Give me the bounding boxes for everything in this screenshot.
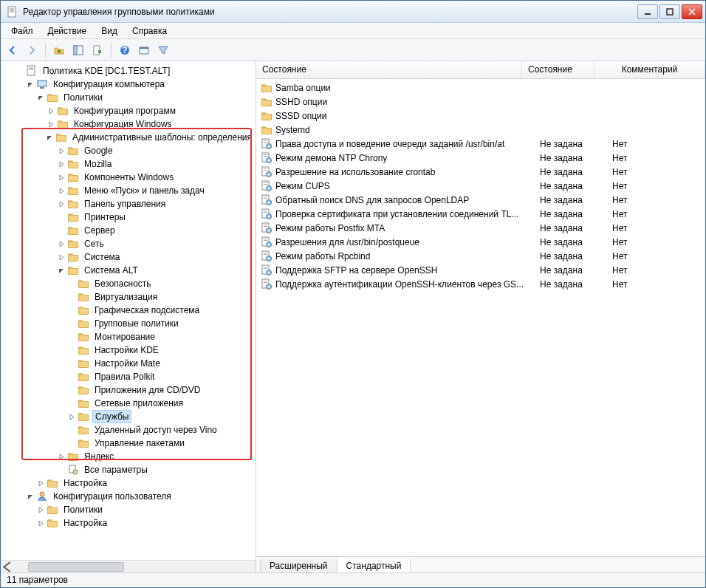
tree-pane[interactable]: Политика KDE [DC1.TEST.ALT]Конфигурация … bbox=[1, 61, 256, 572]
tree-node-mate[interactable]: Настройки Mate bbox=[2, 357, 254, 370]
export-button[interactable] bbox=[89, 41, 106, 59]
list-row[interactable]: Поддержка аутентификации OpenSSH-клиенто… bbox=[256, 277, 705, 291]
list-row[interactable]: Разрешения для /usr/bin/postqueueНе зада… bbox=[256, 235, 705, 249]
scroll-left-icon[interactable] bbox=[1, 561, 13, 572]
list-row[interactable]: Поддержка SFTP на сервере OpenSSHНе зада… bbox=[256, 263, 705, 277]
column-comment[interactable]: Комментарий bbox=[594, 61, 705, 78]
expand-icon[interactable] bbox=[57, 173, 66, 182]
expand-icon[interactable] bbox=[47, 120, 55, 129]
tree-node-controlPanel[interactable]: Панель управления bbox=[2, 197, 254, 211]
tree-node-yandex[interactable]: Яндекс bbox=[2, 450, 254, 463]
horizontal-scrollbar[interactable] bbox=[1, 560, 256, 572]
menu-help[interactable]: Справка bbox=[126, 24, 173, 38]
tree-node-groupPol[interactable]: Групповые политики bbox=[2, 317, 254, 330]
forward-button[interactable] bbox=[23, 41, 41, 59]
column-name[interactable]: Состояние bbox=[256, 61, 522, 78]
collapse-icon[interactable] bbox=[57, 266, 66, 275]
close-button[interactable] bbox=[682, 4, 702, 19]
tree-node-virtual[interactable]: Виртуализация bbox=[2, 290, 254, 304]
show-tree-button[interactable] bbox=[69, 41, 87, 59]
expand-icon[interactable] bbox=[47, 106, 55, 115]
expand-icon[interactable] bbox=[57, 452, 66, 461]
list-row[interactable]: Разрешение на использование crontabНе за… bbox=[256, 165, 705, 179]
filter-button[interactable] bbox=[154, 41, 172, 59]
tree-label: Панель управления bbox=[82, 198, 168, 210]
collapse-icon[interactable] bbox=[26, 492, 35, 501]
expand-icon[interactable] bbox=[57, 199, 66, 208]
list-row[interactable]: Режим CUPSНе заданаНет bbox=[256, 179, 705, 193]
up-button[interactable] bbox=[50, 41, 68, 59]
tab-extended[interactable]: Расширенный bbox=[260, 559, 337, 572]
list-row[interactable]: Проверка сертификата при установлении со… bbox=[256, 207, 705, 221]
tree-node-mozilla[interactable]: Mozilla bbox=[2, 157, 254, 171]
tree-node-google[interactable]: Google bbox=[2, 144, 254, 157]
maximize-button[interactable] bbox=[659, 4, 680, 19]
collapse-icon[interactable] bbox=[36, 93, 45, 102]
list-row[interactable]: SSSD опции bbox=[256, 109, 705, 123]
tree-node-packages[interactable]: Управление пакетами bbox=[2, 437, 254, 450]
tree-node-system[interactable]: Система bbox=[2, 250, 254, 264]
list-row[interactable]: Права доступа и поведение очереди задани… bbox=[256, 137, 705, 151]
list-row[interactable]: SSHD опции bbox=[256, 95, 705, 109]
collapse-icon[interactable] bbox=[26, 80, 35, 89]
expand-icon[interactable] bbox=[57, 253, 66, 261]
tree-node-userConfig[interactable]: Конфигурация пользователя bbox=[2, 490, 254, 503]
tree-node-settings2[interactable]: Настройка bbox=[2, 516, 254, 530]
back-button[interactable] bbox=[4, 41, 21, 59]
tree-node-server[interactable]: Сервер bbox=[2, 224, 254, 237]
tree-node-network[interactable]: Сеть bbox=[2, 237, 254, 250]
list-row[interactable]: Режим работы Postfix MTAНе заданаНет bbox=[256, 221, 705, 235]
list-row[interactable]: Обратный поиск DNS для запросов OpenLDAP… bbox=[256, 193, 705, 207]
tree-node-services[interactable]: Службы bbox=[2, 410, 254, 423]
tree-node-compConfig[interactable]: Конфигурация компьютера bbox=[2, 78, 254, 91]
scroll-thumb[interactable] bbox=[28, 562, 124, 572]
tree-node-graphics[interactable]: Графическая подсистема bbox=[2, 304, 254, 317]
tree-node-adminTemplates[interactable]: Административные шаблоны: определения bbox=[2, 131, 254, 144]
minimize-button[interactable] bbox=[637, 4, 658, 19]
tab-standard[interactable]: Стандартный bbox=[337, 558, 411, 572]
tree-node-compWindows[interactable]: Компоненты Windows bbox=[2, 171, 254, 184]
collapse-icon[interactable] bbox=[46, 133, 55, 142]
tree-node-policies2[interactable]: Политики bbox=[2, 503, 254, 516]
tree-node-systemAlt[interactable]: Система ALT bbox=[2, 264, 254, 277]
tree-node-startMenu[interactable]: Меню «Пуск» и панель задач bbox=[2, 184, 254, 197]
tree-node-allParams[interactable]: Все параметры bbox=[2, 463, 254, 476]
list-body[interactable]: Samba опцииSSHD опцииSSSD опцииSystemdПр… bbox=[256, 79, 705, 556]
expand-icon[interactable] bbox=[57, 160, 66, 168]
folder-icon bbox=[55, 131, 67, 143]
expand-icon[interactable] bbox=[57, 239, 66, 248]
expand-icon[interactable] bbox=[36, 505, 45, 514]
column-state[interactable]: Состояние bbox=[522, 61, 594, 78]
tree-node-polkit[interactable]: Правила Polkit bbox=[2, 370, 254, 383]
menu-action[interactable]: Действие bbox=[42, 24, 93, 38]
tree-node-root[interactable]: Политика KDE [DC1.TEST.ALT] bbox=[2, 64, 254, 78]
help-button[interactable]: ? bbox=[116, 41, 134, 59]
list-row[interactable]: Режим демона NTP ChronyНе заданаНет bbox=[256, 151, 705, 165]
menu-view[interactable]: Вид bbox=[95, 24, 123, 38]
expand-icon[interactable] bbox=[36, 519, 45, 527]
svg-rect-28 bbox=[264, 154, 267, 155]
expand-icon[interactable] bbox=[67, 412, 76, 421]
svg-rect-49 bbox=[264, 226, 267, 227]
tree-node-kde[interactable]: Настройки KDE bbox=[2, 343, 254, 357]
tree-node-printers[interactable]: Принтеры bbox=[2, 211, 254, 224]
tree-node-winConfig[interactable]: Конфигурация Windows bbox=[2, 117, 254, 131]
list-row[interactable]: Режим работы RpcbindНе заданаНет bbox=[256, 249, 705, 263]
expand-icon[interactable] bbox=[57, 186, 66, 195]
tree-node-policies[interactable]: Политики bbox=[2, 91, 254, 104]
tree-node-vino[interactable]: Удаленный доступ через Vino bbox=[2, 423, 254, 437]
tree-node-security[interactable]: Безопасность bbox=[2, 277, 254, 290]
list-row[interactable]: Systemd bbox=[256, 123, 705, 137]
expand-icon[interactable] bbox=[57, 146, 66, 155]
tree-node-cddvd[interactable]: Приложения для CD/DVD bbox=[2, 383, 254, 397]
tree-node-mounting[interactable]: Монтирование bbox=[2, 330, 254, 343]
tree-node-progConfig[interactable]: Конфигурация программ bbox=[2, 104, 254, 117]
tree-node-settings[interactable]: Настройка bbox=[2, 476, 254, 490]
expand-icon[interactable] bbox=[36, 479, 45, 488]
toolbar: ? bbox=[1, 39, 705, 61]
menu-file[interactable]: Файл bbox=[5, 24, 39, 38]
properties-button[interactable] bbox=[135, 41, 153, 59]
tree-label: Сервер bbox=[82, 225, 117, 236]
list-row[interactable]: Samba опции bbox=[256, 81, 705, 95]
tree-node-netapps[interactable]: Сетевые приложения bbox=[2, 397, 254, 410]
